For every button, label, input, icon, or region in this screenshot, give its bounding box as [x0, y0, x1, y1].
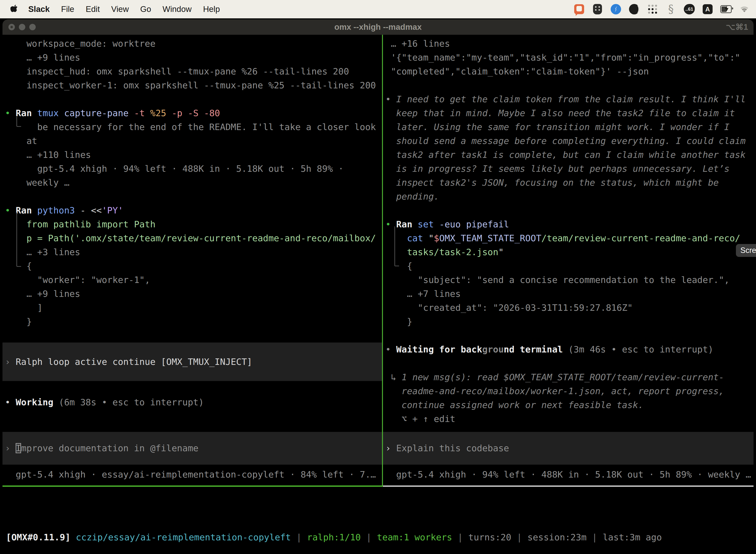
working-status: • Working (6m 38s • esc to interrupt) — [5, 395, 382, 409]
terminal-line: ↳ 1 new msg(s): read $OMX_TEAM_STATE_ROO… — [385, 370, 754, 384]
menu-bar: Slack File Edit View Go Window Help § ..… — [0, 0, 756, 18]
wifi-icon[interactable] — [739, 3, 750, 15]
output-connector — [16, 213, 21, 267]
left-ralph-band: › Ralph loop active continue [OMX_TMUX_I… — [2, 342, 382, 381]
menu-app-name[interactable]: Slack — [28, 4, 50, 14]
terminal-line: ⌥ + ↑ edit — [385, 412, 754, 426]
terminal-line: { — [385, 259, 754, 273]
terminal-line: • I need to get the claim token from the… — [385, 92, 754, 106]
output-connector — [394, 226, 399, 266]
pane-left[interactable]: workspace_mode: worktree … +9 lines insp… — [2, 35, 382, 487]
terminal-line: • Waiting for background terminal (3m 46… — [385, 342, 754, 356]
terminal-line: keep that in mind. Maybe I also need the… — [385, 106, 754, 120]
terminal-line: … +7 lines — [385, 287, 754, 301]
terminal-line: tasks/task-2.json" — [385, 245, 754, 259]
terminal-line: inspect_hud: omx sparkshell --tmux-pane … — [5, 64, 382, 78]
terminal-line: … +9 lines — [5, 287, 382, 301]
terminal-line: "created_at": "2026-03-31T11:59:27.816Z" — [385, 301, 754, 315]
grid-shield-icon[interactable] — [592, 3, 603, 15]
terminal-line: pending. — [385, 189, 754, 204]
desktop-screen: Slack File Edit View Go Window Help § ..… — [0, 0, 756, 554]
right-scrollback: … +16 lines '{"team_name":"my-team","tas… — [385, 37, 754, 426]
terminal-window: omx --xhigh --madmax ⌥⌘1 workspace_mode:… — [2, 19, 754, 554]
terminal-line: "completed","claim_token":"claim-token"}… — [385, 64, 754, 78]
menu-help[interactable]: Help — [203, 4, 220, 14]
window-shortcut-badge: ⌥⌘1 — [726, 19, 748, 35]
terminal-line: at — [5, 134, 382, 148]
menu-view[interactable]: View — [111, 4, 129, 14]
pane-right[interactable]: … +16 lines '{"team_name":"my-team","tas… — [383, 35, 754, 487]
terminal-line: inspect_worker-1: omx sparkshell --tmux-… — [5, 78, 382, 92]
terminal-line: inspect task2's JSON, focusing on the st… — [385, 176, 754, 189]
terminal-line: … +16 lines — [385, 37, 754, 51]
menu-edit[interactable]: Edit — [85, 4, 100, 14]
pinwheel-bolt-icon[interactable] — [610, 3, 622, 15]
terminal-line: readme-and-reco/mailbox/worker-1.json, a… — [385, 384, 754, 398]
terminal-line: task2 after task1 is complete, but can I… — [385, 148, 754, 162]
apple-logo-icon — [10, 4, 19, 14]
terminal-line — [5, 329, 382, 342]
terminal-line: ] — [5, 301, 382, 315]
terminal-line — [385, 204, 754, 217]
terminal-line: '{"team_name":"my-team","task_id":"1","f… — [385, 51, 754, 64]
window-title-bar[interactable]: omx --xhigh --madmax ⌥⌘1 — [2, 19, 754, 35]
left-prompt-input[interactable]: › Improve documentation in @filename — [5, 441, 198, 455]
terminal-line — [5, 189, 382, 204]
terminal-line: "subject": "send a concise recommendatio… — [385, 273, 754, 287]
terminal-line: later. Using the same for transition mig… — [385, 120, 754, 134]
percent-badge-icon[interactable]: ..61 — [684, 3, 695, 15]
battery-icon[interactable] — [720, 3, 732, 15]
keyboard-layout-icon[interactable]: A — [702, 3, 713, 15]
terminal-line: should send a message before completing … — [385, 134, 754, 148]
terminal-line: … +110 lines — [5, 148, 382, 162]
terminal-line: • Ran set -euo pipefail — [385, 217, 754, 231]
output-connector — [16, 117, 21, 127]
terminal-line — [385, 78, 754, 92]
left-model-status: gpt-5.4 xhigh · essay/ai-reimplementatio… — [5, 467, 382, 482]
terminal-line: • Ran tmux capture-pane -t %25 -p -S -80 — [5, 106, 382, 120]
charging-bolt-icon — [725, 5, 729, 12]
screen-share-tooltip: Scre — [736, 244, 756, 257]
right-model-status: gpt-5.4 xhigh · 94% left · 488K in · 5.1… — [385, 467, 754, 482]
terminal-line: continue assigned work or next feasible … — [385, 398, 754, 412]
terminal-line: } — [385, 315, 754, 329]
terminal-content: workspace_mode: worktree … +9 lines insp… — [2, 35, 754, 554]
menu-window[interactable]: Window — [163, 4, 191, 14]
terminal-line: workspace_mode: worktree — [5, 37, 382, 51]
omx-session-status-bar: [OMX#0.11.9] cczip/essay/ai-reimplementa… — [5, 530, 751, 545]
left-pane-active-border — [2, 486, 382, 487]
terminal-line: p = Path('.omx/state/team/review-current… — [5, 231, 382, 245]
squiggle-icon[interactable]: § — [665, 3, 677, 15]
terminal-line: … +9 lines — [5, 51, 382, 64]
right-input-band[interactable]: › Explain this codebase — [383, 432, 754, 465]
terminal-line — [385, 329, 754, 342]
left-scrollback: workspace_mode: worktree … +9 lines insp… — [5, 37, 382, 342]
terminal-line: weekly … — [5, 176, 382, 189]
terminal-line — [385, 356, 754, 370]
terminal-line — [5, 92, 382, 106]
right-prompt-input[interactable]: › Explain this codebase — [385, 441, 509, 455]
pie-chart-icon[interactable] — [629, 3, 640, 15]
ralph-loop-status: › Ralph loop active continue [OMX_TMUX_I… — [5, 355, 252, 369]
menu-file[interactable]: File — [61, 4, 74, 14]
menu-go[interactable]: Go — [140, 4, 151, 14]
terminal-line: be necessary for the end of the README. … — [5, 120, 382, 134]
terminal-line: is in progress? It seems likely but perh… — [385, 162, 754, 176]
apple-menu-icon[interactable] — [10, 4, 19, 14]
chat-app-icon[interactable] — [573, 3, 585, 15]
terminal-line: } — [5, 315, 382, 329]
menu-bar-tray: § ..61 A — [573, 3, 750, 15]
terminal-line: • Ran python3 - <<'PY' — [5, 204, 382, 217]
terminal-line: … +3 lines — [5, 245, 382, 259]
dots-grid-icon[interactable] — [647, 3, 658, 15]
terminal-line: cat "$OMX_TEAM_STATE_ROOT/team/review-cu… — [385, 231, 754, 245]
terminal-line: { — [5, 259, 382, 273]
terminal-line: from pathlib import Path — [5, 217, 382, 231]
terminal-line: "worker": "worker-1", — [5, 273, 382, 287]
terminal-line: gpt-5.4 xhigh · 94% left · 488K in · 5.1… — [5, 162, 382, 176]
left-input-band[interactable]: › Improve documentation in @filename — [2, 432, 382, 465]
right-pane-border — [383, 486, 754, 487]
window-title: omx --xhigh --madmax — [2, 19, 754, 35]
